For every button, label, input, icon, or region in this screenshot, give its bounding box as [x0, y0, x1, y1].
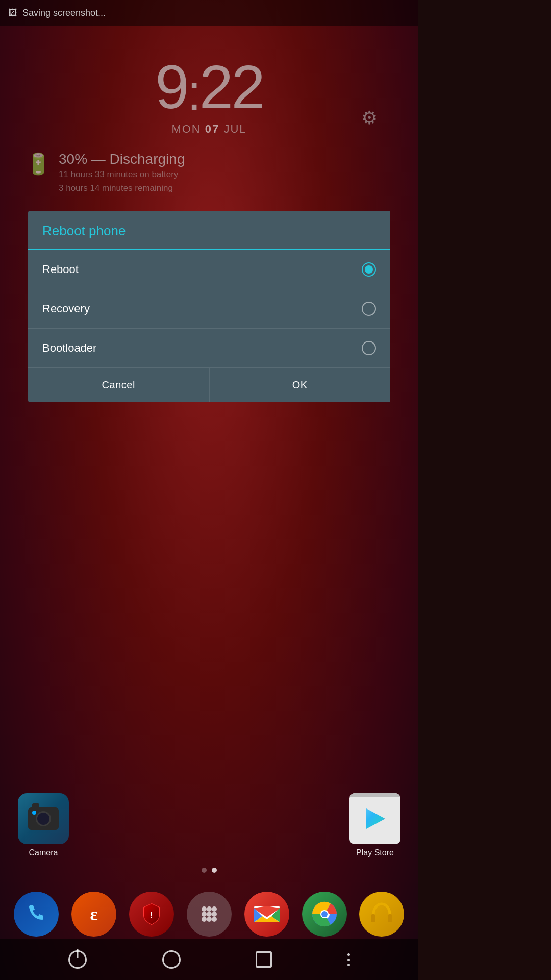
- settings-icon[interactable]: ⚙: [361, 107, 378, 129]
- headphones-icon: [368, 901, 395, 927]
- shield-icon: !: [139, 901, 164, 927]
- reboot-radio[interactable]: [362, 262, 376, 277]
- menu-icon: [347, 953, 350, 966]
- camera-flash: [32, 803, 39, 807]
- chrome-app[interactable]: [302, 892, 347, 937]
- headphones-app[interactable]: [359, 892, 404, 937]
- screenshot-icon: 🖼: [8, 8, 17, 18]
- play-triangle-svg: [362, 806, 388, 831]
- app-drawer[interactable]: [187, 892, 232, 937]
- svg-rect-17: [388, 914, 392, 922]
- svg-point-2: [202, 906, 207, 912]
- dialog-options: Reboot Recovery Bootloader: [28, 250, 390, 368]
- svg-text:!: !: [150, 911, 153, 919]
- dialog-title: Reboot phone: [42, 223, 376, 239]
- home-button[interactable]: [162, 950, 181, 969]
- status-message: Saving screenshot...: [22, 8, 106, 18]
- dock: ε !: [0, 892, 418, 937]
- camera-lens: [36, 811, 51, 826]
- dot-1: [347, 953, 350, 956]
- svg-point-5: [202, 912, 207, 917]
- home-icons-row: Camera Play Store: [10, 793, 408, 857]
- ok-button[interactable]: OK: [210, 368, 391, 402]
- battery-info: 🔋 30% — Discharging 11 hours 33 minutes …: [15, 151, 403, 195]
- shield-app[interactable]: !: [129, 892, 174, 937]
- play-store-label: Play Store: [356, 848, 394, 857]
- battery-detail-line2: 3 hours 14 minutes remaining: [59, 181, 185, 195]
- page-dot-2: [212, 868, 217, 873]
- home-area: Camera Play Store: [0, 793, 418, 888]
- clock-display: 9:22: [15, 56, 403, 117]
- dialog-header: Reboot phone: [28, 211, 390, 250]
- battery-icon: 🔋: [26, 152, 51, 176]
- page-dot-1: [202, 868, 207, 873]
- battery-percent: 30% — Discharging: [59, 151, 185, 167]
- power-button[interactable]: [68, 950, 87, 969]
- apps-grid-icon: [198, 903, 220, 925]
- nav-bar: [0, 939, 418, 980]
- clock-minute: 22: [199, 53, 263, 121]
- dot-2: [347, 959, 350, 961]
- bootloader-option[interactable]: Bootloader: [28, 329, 390, 368]
- svg-point-9: [207, 917, 212, 922]
- svg-marker-0: [366, 808, 385, 829]
- lock-screen: 9:22 ⚙ MON 07 JUL 🔋 30% — Discharging 11…: [0, 36, 418, 211]
- gmail-app[interactable]: [244, 892, 289, 937]
- recents-icon: [256, 951, 272, 968]
- dot-3: [347, 964, 350, 966]
- emark-letter: ε: [90, 903, 98, 925]
- recovery-option[interactable]: Recovery: [28, 289, 390, 329]
- camera-dot: [32, 811, 36, 815]
- battery-text: 30% — Discharging 11 hours 33 minutes on…: [59, 151, 185, 195]
- svg-point-6: [207, 912, 212, 917]
- reboot-label: Reboot: [42, 263, 79, 276]
- status-bar: 🖼 Saving screenshot...: [0, 0, 418, 26]
- date-display: MON 07 JUL: [15, 122, 403, 136]
- date-day: 07: [205, 122, 219, 135]
- svg-point-3: [207, 906, 212, 912]
- reboot-dialog: Reboot phone Reboot Recovery Bootloader …: [28, 211, 390, 402]
- reboot-option[interactable]: Reboot: [28, 250, 390, 289]
- play-store-icon: [349, 793, 400, 844]
- emark-app[interactable]: ε: [71, 892, 116, 937]
- svg-point-8: [202, 917, 207, 922]
- recovery-label: Recovery: [42, 302, 90, 315]
- play-store-app[interactable]: Play Store: [347, 793, 403, 857]
- gmail-icon: [253, 904, 281, 924]
- cancel-button[interactable]: Cancel: [28, 368, 210, 402]
- chrome-icon: [311, 901, 338, 927]
- bootloader-label: Bootloader: [42, 341, 96, 355]
- page-dots: [10, 868, 408, 873]
- dialog-buttons: Cancel OK: [28, 368, 390, 402]
- svg-point-7: [212, 912, 217, 917]
- recents-button[interactable]: [256, 951, 272, 968]
- menu-button[interactable]: [347, 953, 350, 966]
- svg-point-10: [212, 917, 217, 922]
- phone-icon: [24, 902, 48, 926]
- power-icon: [68, 950, 87, 969]
- clock-hour: 9: [155, 53, 187, 121]
- recovery-radio[interactable]: [362, 302, 376, 316]
- svg-point-15: [321, 911, 328, 917]
- camera-label: Camera: [29, 848, 58, 857]
- bootloader-radio[interactable]: [362, 341, 376, 355]
- camera-icon: [18, 793, 69, 844]
- battery-detail-line1: 11 hours 33 minutes on battery: [59, 167, 185, 181]
- home-icon: [162, 950, 181, 969]
- svg-point-4: [212, 906, 217, 912]
- phone-app[interactable]: [14, 892, 59, 937]
- camera-app[interactable]: Camera: [15, 793, 71, 857]
- camera-body: [28, 807, 59, 830]
- svg-rect-16: [371, 914, 375, 922]
